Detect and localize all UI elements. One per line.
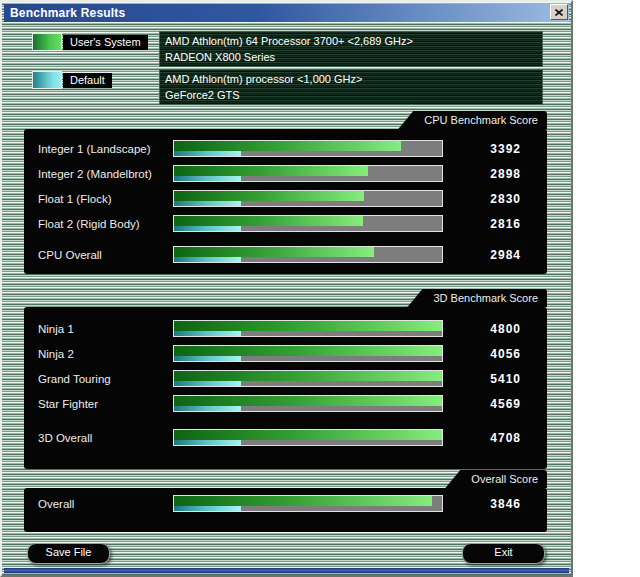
user-gpu-line: RADEON X800 Series <box>165 49 537 65</box>
close-icon <box>555 9 563 16</box>
default-bar <box>174 257 241 262</box>
benchmark-row: Grand Touring5410 <box>24 366 547 391</box>
3d-benchmark-panel: 3D Benchmark Score Ninja 14800Ninja 2405… <box>24 289 547 469</box>
default-cpu-line: AMD Athlon(tm) processor <1,000 GHz> <box>165 71 537 87</box>
bar-track <box>173 246 443 263</box>
benchmark-results-window: Benchmark Results User's System AMD Athl… <box>0 0 573 577</box>
row-score: 2816 <box>443 217 547 231</box>
overall-score-rows: Overall3846 <box>24 488 547 532</box>
default-bar <box>174 331 241 336</box>
default-swatch <box>32 71 62 89</box>
user-system-bar <box>174 191 364 201</box>
default-bar <box>174 381 241 386</box>
user-system-label: User's System <box>63 35 148 50</box>
user-system-bar <box>174 430 442 440</box>
default-bar <box>174 406 241 411</box>
window-title: Benchmark Results <box>4 6 125 20</box>
benchmark-row: Ninja 14800 <box>24 316 547 341</box>
bar-track <box>173 140 443 157</box>
cpu-benchmark-title: CPU Benchmark Score <box>398 111 547 129</box>
default-bar <box>174 440 241 445</box>
user-system-bar <box>174 247 374 257</box>
default-info: AMD Athlon(tm) processor <1,000 GHz> GeF… <box>159 69 543 105</box>
row-score: 4569 <box>443 397 547 411</box>
benchmark-row: Overall3846 <box>24 491 547 516</box>
row-label: Float 2 (Rigid Body) <box>38 218 173 230</box>
bar-track <box>173 495 443 512</box>
benchmark-row: Integer 2 (Mandelbrot)2898 <box>24 161 547 186</box>
default-bar <box>174 506 241 511</box>
overall-score-panel: Overall Score Overall3846 <box>24 470 547 532</box>
benchmark-row: Ninja 24056 <box>24 341 547 366</box>
row-score: 4056 <box>443 347 547 361</box>
row-score: 3846 <box>443 497 547 511</box>
row-label: CPU Overall <box>38 249 173 261</box>
user-system-bar <box>174 166 368 176</box>
3d-benchmark-title: 3D Benchmark Score <box>407 289 547 307</box>
user-system-bar <box>174 496 432 506</box>
screen: Benchmark Results User's System AMD Athl… <box>0 0 640 577</box>
row-label: Ninja 1 <box>38 323 173 335</box>
benchmark-row: 3D Overall4708 <box>24 425 547 450</box>
row-score: 2984 <box>443 248 547 262</box>
benchmark-row: Integer 1 (Landscape)3392 <box>24 136 547 161</box>
bar-track <box>173 345 443 362</box>
exit-button[interactable]: Exit <box>462 543 545 564</box>
user-system-bar <box>174 346 442 356</box>
cpu-benchmark-rows: Integer 1 (Landscape)3392Integer 2 (Mand… <box>24 129 547 274</box>
default-gpu-line: GeForce2 GTS <box>165 87 537 103</box>
row-label: Ninja 2 <box>38 348 173 360</box>
bar-track <box>173 395 443 412</box>
row-label: Star Fighter <box>38 398 173 410</box>
user-cpu-line: AMD Athlon(tm) 64 Processor 3700+ <2,689… <box>165 33 537 49</box>
row-score: 3392 <box>443 142 547 156</box>
bar-track <box>173 429 443 446</box>
benchmark-row: Star Fighter4569 <box>24 391 547 416</box>
default-bar <box>174 226 241 231</box>
default-bar <box>174 151 241 156</box>
user-system-bar <box>174 321 442 331</box>
bar-track <box>173 190 443 207</box>
overall-score-title: Overall Score <box>445 470 547 488</box>
row-label: Grand Touring <box>38 373 173 385</box>
user-system-bar <box>174 141 401 151</box>
row-score: 5410 <box>443 372 547 386</box>
bar-track <box>173 370 443 387</box>
default-bar <box>174 176 241 181</box>
cpu-benchmark-panel: CPU Benchmark Score Integer 1 (Landscape… <box>24 111 547 274</box>
3d-benchmark-rows: Ninja 14800Ninja 24056Grand Touring5410S… <box>24 307 547 469</box>
row-score: 2898 <box>443 167 547 181</box>
bar-track <box>173 165 443 182</box>
row-score: 4708 <box>443 431 547 445</box>
bar-track <box>173 320 443 337</box>
default-bar <box>174 201 241 206</box>
row-score: 4800 <box>443 322 547 336</box>
benchmark-row: CPU Overall2984 <box>24 242 547 267</box>
benchmark-row: Float 2 (Rigid Body)2816 <box>24 211 547 236</box>
row-score: 2830 <box>443 192 547 206</box>
user-system-bar <box>174 396 442 406</box>
row-label: 3D Overall <box>38 432 173 444</box>
user-system-bar <box>174 371 442 381</box>
default-label: Default <box>63 73 112 88</box>
user-system-info: AMD Athlon(tm) 64 Processor 3700+ <2,689… <box>159 31 543 67</box>
close-button[interactable] <box>550 4 568 20</box>
bar-track <box>173 215 443 232</box>
row-label: Float 1 (Flock) <box>38 193 173 205</box>
benchmark-row: Float 1 (Flock)2830 <box>24 186 547 211</box>
save-file-button[interactable]: Save File <box>27 543 110 564</box>
title-bar: Benchmark Results <box>4 4 569 22</box>
user-system-swatch <box>32 33 62 51</box>
default-bar <box>174 356 241 361</box>
bottom-edge-strip <box>4 568 569 573</box>
row-label: Integer 2 (Mandelbrot) <box>38 168 173 180</box>
row-label: Integer 1 (Landscape) <box>38 143 173 155</box>
user-system-bar <box>174 216 363 226</box>
row-label: Overall <box>38 498 173 510</box>
